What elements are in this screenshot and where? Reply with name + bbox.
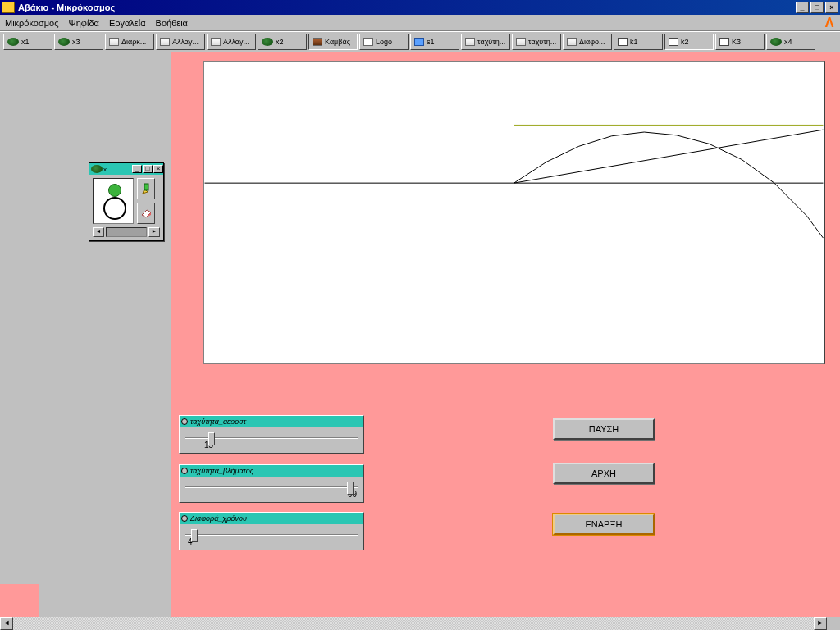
palette-title: x	[103, 166, 131, 173]
eraser-button[interactable]	[137, 203, 155, 224]
corner-icon: Λ	[824, 17, 835, 29]
turtle-icon	[770, 38, 782, 46]
toolbar-label: Logo	[376, 38, 392, 46]
slider-value: 99	[180, 488, 363, 502]
slider-icon	[160, 38, 170, 46]
menu-help[interactable]: Βοήθεια	[156, 18, 188, 28]
slider-thumb[interactable]	[208, 432, 215, 445]
slider-thumb[interactable]	[191, 529, 198, 542]
slider-track[interactable]	[185, 486, 358, 488]
pencil-icon	[141, 182, 151, 195]
slider-track[interactable]	[185, 534, 358, 536]
toolbar-label: k1	[630, 38, 638, 46]
reset-button[interactable]: ΑΡΧΗ	[553, 463, 655, 484]
menu-tools[interactable]: Εργαλεία	[109, 18, 146, 28]
toolbar-label: Διάρκ...	[121, 38, 146, 46]
toolbar-button-8[interactable]: s1	[410, 34, 459, 50]
toolbar-label: Αλλαγ...	[172, 38, 199, 46]
logo-icon	[363, 38, 373, 46]
palette-scrollbar[interactable]: ◄ ►	[89, 227, 163, 240]
easel-icon	[313, 38, 322, 46]
box-icon	[618, 38, 628, 46]
menu-bar: Μικρόκοσμος Ψηφίδα Εργαλεία Βοήθεια Λ	[0, 15, 840, 31]
pen-down-button[interactable]	[137, 178, 155, 199]
resize-grip[interactable]	[827, 617, 840, 630]
toolbar-label: Αλλαγ...	[223, 38, 249, 46]
toolbar-button-0[interactable]: x1	[3, 34, 52, 50]
slider-icon	[567, 38, 577, 46]
toolbar-label: x1	[21, 38, 30, 46]
turtle-preview	[93, 178, 134, 224]
menu-psifida[interactable]: Ψηφίδα	[69, 18, 99, 28]
eraser-icon	[140, 208, 152, 218]
window-title: Αβάκιο - Μικρόκοσμος	[18, 2, 794, 12]
minimize-button[interactable]: _	[796, 2, 809, 13]
slider-time-diff[interactable]: Διαφορά_χρόνου 4	[179, 512, 364, 550]
toolbar-button-12[interactable]: k1	[614, 34, 663, 50]
scroll-track[interactable]	[13, 617, 814, 630]
palette-minimize-button[interactable]: _	[132, 165, 142, 173]
toolbar-label: x3	[72, 38, 80, 46]
toolbar-label: k2	[681, 38, 689, 46]
scroll-right-button[interactable]: ►	[148, 227, 160, 237]
toolbar-button-3[interactable]: Αλλαγ...	[156, 34, 205, 50]
slider-label: ταχύτητα_βλήματος	[190, 467, 253, 475]
toolbar-button-11[interactable]: Διαφο...	[563, 34, 612, 50]
radio-icon	[181, 468, 188, 474]
toolbar-button-2[interactable]: Διάρκ...	[105, 34, 154, 50]
slider-thumb[interactable]	[347, 482, 354, 495]
slider-icon	[516, 38, 526, 46]
box-icon	[719, 38, 729, 46]
palette-titlebar[interactable]: x _ □ ×	[89, 163, 163, 175]
svg-rect-3	[144, 184, 148, 190]
palette-close-button[interactable]: ×	[153, 165, 163, 173]
component-icon	[414, 38, 424, 46]
pause-button[interactable]: ΠΑΥΣΗ	[553, 418, 655, 440]
title-bar: Αβάκιο - Μικρόκοσμος _ □ ×	[0, 0, 840, 15]
toolbar-label: x2	[276, 38, 284, 46]
turtle-palette-window[interactable]: x _ □ × ◄ ►	[89, 162, 164, 241]
pink-strip	[0, 584, 39, 617]
toolbar-label: ταχύτη...	[528, 38, 556, 46]
slider-value: 15	[180, 439, 363, 453]
toolbar-button-5[interactable]: x2	[258, 34, 307, 50]
menu-microcosmos[interactable]: Μικρόκοσμος	[5, 18, 59, 28]
scroll-left-button[interactable]: ◄	[0, 617, 13, 630]
slider-label: Διαφορά_χρόνου	[190, 514, 247, 523]
toolbar-button-9[interactable]: ταχύτη...	[461, 34, 510, 50]
toolbar-button-6[interactable]: Καμβάς	[308, 34, 358, 50]
close-button[interactable]: ×	[825, 2, 838, 13]
start-button[interactable]: ΕΝΑΡΞΗ	[553, 514, 655, 535]
toolbar-button-14[interactable]: K3	[715, 34, 765, 50]
scroll-track[interactable]	[106, 227, 147, 237]
radio-icon	[181, 418, 188, 425]
slider-track[interactable]	[185, 437, 358, 439]
maximize-button[interactable]: □	[810, 2, 824, 13]
toolbar-label: Διαφο...	[579, 38, 605, 46]
app-icon	[2, 2, 15, 13]
slider-icon	[109, 38, 119, 46]
toolbar-button-4[interactable]: Αλλαγ...	[207, 34, 256, 50]
horizontal-scrollbar[interactable]: ◄ ►	[0, 617, 827, 630]
scroll-left-button[interactable]: ◄	[93, 227, 104, 237]
toolbar-label: Καμβάς	[325, 38, 350, 46]
scroll-right-button[interactable]: ►	[814, 617, 827, 630]
slider-value: 4	[180, 536, 363, 550]
turtle-icon	[7, 38, 19, 46]
toolbar-button-10[interactable]: ταχύτη...	[512, 34, 561, 50]
slider-label: ταχύτητα_αεροστ	[190, 418, 246, 426]
toolbar-button-7[interactable]: Logo	[359, 34, 409, 50]
toolbar-label: s1	[427, 38, 435, 46]
graph-canvas	[203, 61, 825, 364]
turtle-icon	[58, 38, 70, 46]
slider-icon	[465, 38, 475, 46]
radio-icon	[181, 515, 188, 522]
toolbar-label: K3	[732, 38, 741, 46]
toolbar-button-13[interactable]: k2	[664, 34, 714, 50]
palette-restore-button[interactable]: □	[143, 165, 153, 173]
slider-aircraft-speed[interactable]: ταχύτητα_αεροστ 15	[179, 415, 364, 454]
toolbar-button-1[interactable]: x3	[54, 34, 103, 50]
toolbar-button-15[interactable]: x4	[766, 34, 815, 50]
toolbar: x1x3Διάρκ...Αλλαγ...Αλλαγ...x2ΚαμβάςLogo…	[0, 31, 840, 52]
slider-projectile-speed[interactable]: ταχύτητα_βλήματος 99	[179, 464, 364, 503]
